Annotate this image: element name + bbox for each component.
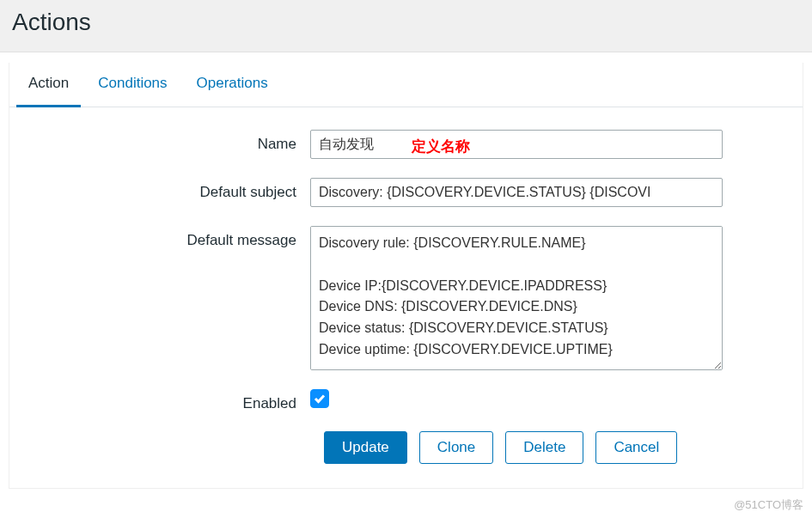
enabled-label: Enabled (27, 389, 310, 412)
row-name: Name 定义名称 (27, 130, 785, 159)
clone-button[interactable]: Clone (419, 431, 493, 464)
tab-operations[interactable]: Operations (185, 63, 280, 107)
name-label: Name (27, 130, 310, 153)
row-message: Default message (27, 226, 785, 370)
enabled-checkbox[interactable] (310, 389, 329, 408)
tab-action[interactable]: Action (16, 63, 81, 107)
content-panel: Action Conditions Operations Name 定义名称 D… (9, 63, 803, 489)
page-title: Actions (12, 9, 800, 36)
name-input-wrap: 定义名称 (310, 130, 723, 159)
update-button[interactable]: Update (324, 431, 407, 464)
form: Name 定义名称 Default subject Default messag… (9, 107, 803, 488)
row-subject: Default subject (27, 178, 785, 207)
watermark-text: @51CTO博客 (734, 497, 803, 513)
subject-label: Default subject (27, 178, 310, 201)
button-row: Update Clone Delete Cancel (27, 431, 785, 464)
subject-input[interactable] (310, 178, 723, 207)
cancel-button[interactable]: Cancel (595, 431, 677, 464)
tab-conditions[interactable]: Conditions (86, 63, 179, 107)
message-label: Default message (27, 226, 310, 249)
row-enabled: Enabled (27, 389, 785, 412)
delete-button[interactable]: Delete (505, 431, 583, 464)
name-input[interactable] (310, 130, 723, 159)
check-icon (314, 393, 326, 404)
message-textarea[interactable] (310, 226, 723, 370)
page-header: Actions (0, 0, 812, 52)
tab-strip: Action Conditions Operations (9, 63, 803, 107)
